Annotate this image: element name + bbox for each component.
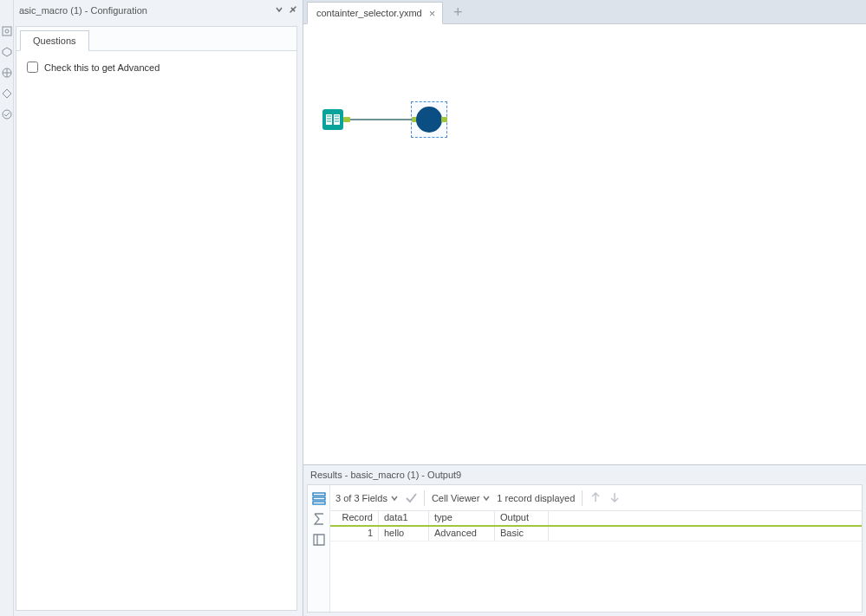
cell-type: Advanced: [429, 527, 495, 541]
configuration-titlebar: asic_macro (1) - Configuration: [14, 0, 303, 21]
questions-body: Check this to get Advanced: [16, 51, 296, 83]
advanced-checkbox-label[interactable]: Check this to get Advanced: [44, 62, 160, 73]
close-tab-icon[interactable]: ×: [429, 7, 436, 20]
results-panel: Results - basic_macro (1) - Output9 3 of…: [303, 464, 866, 616]
workspace-area: containter_selector.yxmd × + Results - b…: [303, 0, 866, 616]
col-header-record[interactable]: Record: [330, 511, 379, 525]
fields-confirm-icon[interactable]: [405, 491, 417, 505]
results-map-icon[interactable]: [311, 532, 327, 548]
chevron-down-icon: [391, 495, 398, 502]
strip-icon-3[interactable]: [2, 68, 12, 80]
strip-icon-2[interactable]: [2, 47, 12, 59]
config-tab-row: Questions: [16, 27, 296, 51]
svg-rect-7: [313, 497, 325, 500]
results-main: 3 of 3 Fields Cell Viewer 1 record displ…: [330, 485, 862, 612]
cell-output: Basic: [495, 527, 549, 541]
document-tab-label: containter_selector.yxmd: [316, 8, 422, 18]
results-toolbar: 3 of 3 Fields Cell Viewer 1 record displ…: [330, 485, 862, 511]
browse-tool-output-anchor[interactable]: [441, 117, 447, 122]
col-header-output[interactable]: Output: [495, 511, 549, 525]
strip-icon-4[interactable]: [2, 88, 12, 101]
advanced-checkbox-row: Check this to get Advanced: [27, 62, 286, 73]
cell-data1: hello: [379, 527, 429, 541]
advanced-checkbox[interactable]: [27, 62, 38, 73]
strip-icon-1[interactable]: [2, 26, 12, 38]
results-grid: Record data1 type Output 1 hello Advance…: [330, 511, 862, 541]
svg-marker-4: [3, 89, 11, 98]
col-header-type[interactable]: type: [429, 511, 495, 525]
connection-line[interactable]: [350, 119, 413, 120]
document-tab-bar: containter_selector.yxmd × +: [303, 0, 866, 24]
configuration-title-text: asic_macro (1) - Configuration: [19, 5, 275, 16]
svg-marker-2: [3, 48, 11, 56]
strip-icon-5[interactable]: [2, 109, 12, 121]
cell-record: 1: [330, 527, 379, 541]
new-tab-button[interactable]: +: [446, 1, 469, 23]
macro-tool-output-anchor[interactable]: [343, 117, 350, 122]
toolbar-separator: [424, 490, 425, 506]
panel-collapse-chevron-icon[interactable]: [275, 5, 283, 16]
document-tab-active[interactable]: containter_selector.yxmd ×: [307, 2, 443, 24]
svg-point-1: [5, 29, 9, 33]
svg-rect-0: [3, 27, 11, 36]
chevron-down-icon: [483, 495, 490, 502]
results-title: Results - basic_macro (1) - Output9: [303, 465, 866, 484]
results-body: 3 of 3 Fields Cell Viewer 1 record displ…: [307, 484, 863, 613]
configuration-panel: asic_macro (1) - Configuration Questions…: [14, 0, 303, 616]
results-records-icon[interactable]: [311, 490, 327, 506]
browse-tool[interactable]: [416, 107, 442, 133]
configuration-body: Questions Check this to get Advanced: [16, 26, 297, 611]
results-grid-row[interactable]: 1 hello Advanced Basic: [330, 527, 862, 541]
results-view-selector: [308, 485, 330, 612]
toolbar-separator: [582, 490, 583, 506]
left-tool-strip: [0, 0, 14, 616]
panel-pin-icon[interactable]: [289, 5, 297, 16]
results-up-arrow-icon[interactable]: [589, 491, 602, 505]
col-header-data1[interactable]: data1: [379, 511, 429, 525]
svg-point-5: [3, 110, 11, 119]
macro-input-tool[interactable]: [322, 109, 343, 130]
record-count-text: 1 record displayed: [497, 493, 575, 503]
tab-questions[interactable]: Questions: [20, 30, 89, 51]
workflow-canvas[interactable]: [303, 24, 866, 464]
results-grid-header: Record data1 type Output: [330, 511, 862, 527]
svg-rect-6: [313, 493, 325, 496]
results-down-arrow-icon[interactable]: [609, 491, 621, 505]
results-sigma-icon[interactable]: [311, 511, 327, 527]
fields-dropdown[interactable]: 3 of 3 Fields: [335, 493, 398, 503]
cell-viewer-dropdown[interactable]: Cell Viewer: [432, 493, 490, 503]
svg-rect-8: [313, 502, 325, 504]
